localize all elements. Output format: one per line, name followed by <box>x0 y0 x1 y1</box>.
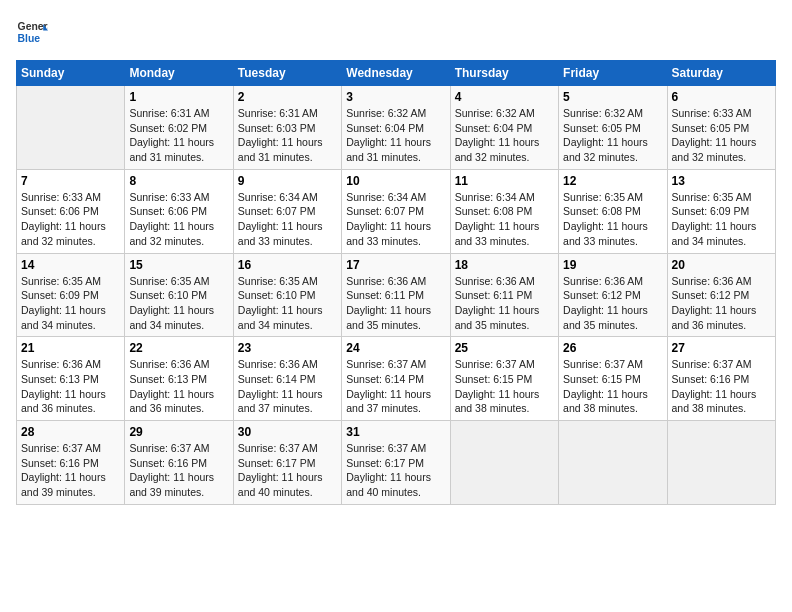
day-number: 18 <box>455 258 554 272</box>
calendar-cell: 2Sunrise: 6:31 AM Sunset: 6:03 PM Daylig… <box>233 86 341 170</box>
day-detail: Sunrise: 6:32 AM Sunset: 6:04 PM Dayligh… <box>455 106 554 165</box>
day-detail: Sunrise: 6:35 AM Sunset: 6:10 PM Dayligh… <box>129 274 228 333</box>
day-detail: Sunrise: 6:34 AM Sunset: 6:08 PM Dayligh… <box>455 190 554 249</box>
day-detail: Sunrise: 6:36 AM Sunset: 6:11 PM Dayligh… <box>455 274 554 333</box>
calendar-cell: 3Sunrise: 6:32 AM Sunset: 6:04 PM Daylig… <box>342 86 450 170</box>
calendar-cell: 6Sunrise: 6:33 AM Sunset: 6:05 PM Daylig… <box>667 86 775 170</box>
calendar-cell <box>559 421 667 505</box>
day-number: 28 <box>21 425 120 439</box>
day-number: 3 <box>346 90 445 104</box>
day-number: 12 <box>563 174 662 188</box>
day-number: 14 <box>21 258 120 272</box>
calendar-cell: 10Sunrise: 6:34 AM Sunset: 6:07 PM Dayli… <box>342 169 450 253</box>
day-number: 25 <box>455 341 554 355</box>
day-number: 13 <box>672 174 771 188</box>
calendar-cell <box>667 421 775 505</box>
day-number: 30 <box>238 425 337 439</box>
day-detail: Sunrise: 6:36 AM Sunset: 6:12 PM Dayligh… <box>672 274 771 333</box>
day-number: 5 <box>563 90 662 104</box>
col-header-monday: Monday <box>125 61 233 86</box>
calendar-cell: 24Sunrise: 6:37 AM Sunset: 6:14 PM Dayli… <box>342 337 450 421</box>
day-detail: Sunrise: 6:37 AM Sunset: 6:17 PM Dayligh… <box>238 441 337 500</box>
calendar-cell: 27Sunrise: 6:37 AM Sunset: 6:16 PM Dayli… <box>667 337 775 421</box>
day-detail: Sunrise: 6:33 AM Sunset: 6:06 PM Dayligh… <box>21 190 120 249</box>
day-detail: Sunrise: 6:35 AM Sunset: 6:09 PM Dayligh… <box>672 190 771 249</box>
day-detail: Sunrise: 6:36 AM Sunset: 6:13 PM Dayligh… <box>21 357 120 416</box>
day-number: 17 <box>346 258 445 272</box>
day-number: 10 <box>346 174 445 188</box>
day-number: 19 <box>563 258 662 272</box>
day-number: 8 <box>129 174 228 188</box>
day-number: 16 <box>238 258 337 272</box>
day-detail: Sunrise: 6:33 AM Sunset: 6:05 PM Dayligh… <box>672 106 771 165</box>
day-detail: Sunrise: 6:37 AM Sunset: 6:17 PM Dayligh… <box>346 441 445 500</box>
calendar-cell: 21Sunrise: 6:36 AM Sunset: 6:13 PM Dayli… <box>17 337 125 421</box>
day-detail: Sunrise: 6:36 AM Sunset: 6:13 PM Dayligh… <box>129 357 228 416</box>
calendar-header-row: SundayMondayTuesdayWednesdayThursdayFrid… <box>17 61 776 86</box>
day-detail: Sunrise: 6:36 AM Sunset: 6:12 PM Dayligh… <box>563 274 662 333</box>
day-number: 24 <box>346 341 445 355</box>
calendar-cell: 20Sunrise: 6:36 AM Sunset: 6:12 PM Dayli… <box>667 253 775 337</box>
calendar-cell: 16Sunrise: 6:35 AM Sunset: 6:10 PM Dayli… <box>233 253 341 337</box>
calendar-cell: 23Sunrise: 6:36 AM Sunset: 6:14 PM Dayli… <box>233 337 341 421</box>
page-header: General Blue <box>16 16 776 48</box>
day-detail: Sunrise: 6:31 AM Sunset: 6:02 PM Dayligh… <box>129 106 228 165</box>
calendar-week-2: 7Sunrise: 6:33 AM Sunset: 6:06 PM Daylig… <box>17 169 776 253</box>
calendar-cell: 12Sunrise: 6:35 AM Sunset: 6:08 PM Dayli… <box>559 169 667 253</box>
day-number: 27 <box>672 341 771 355</box>
calendar-cell: 14Sunrise: 6:35 AM Sunset: 6:09 PM Dayli… <box>17 253 125 337</box>
day-number: 31 <box>346 425 445 439</box>
calendar-cell: 22Sunrise: 6:36 AM Sunset: 6:13 PM Dayli… <box>125 337 233 421</box>
day-number: 2 <box>238 90 337 104</box>
calendar-cell: 19Sunrise: 6:36 AM Sunset: 6:12 PM Dayli… <box>559 253 667 337</box>
day-detail: Sunrise: 6:34 AM Sunset: 6:07 PM Dayligh… <box>346 190 445 249</box>
day-number: 1 <box>129 90 228 104</box>
day-detail: Sunrise: 6:35 AM Sunset: 6:08 PM Dayligh… <box>563 190 662 249</box>
col-header-tuesday: Tuesday <box>233 61 341 86</box>
calendar-table: SundayMondayTuesdayWednesdayThursdayFrid… <box>16 60 776 505</box>
calendar-week-1: 1Sunrise: 6:31 AM Sunset: 6:02 PM Daylig… <box>17 86 776 170</box>
calendar-cell <box>17 86 125 170</box>
calendar-cell: 30Sunrise: 6:37 AM Sunset: 6:17 PM Dayli… <box>233 421 341 505</box>
col-header-friday: Friday <box>559 61 667 86</box>
calendar-cell: 29Sunrise: 6:37 AM Sunset: 6:16 PM Dayli… <box>125 421 233 505</box>
day-number: 26 <box>563 341 662 355</box>
svg-text:Blue: Blue <box>18 33 41 44</box>
day-number: 22 <box>129 341 228 355</box>
day-detail: Sunrise: 6:32 AM Sunset: 6:04 PM Dayligh… <box>346 106 445 165</box>
day-detail: Sunrise: 6:34 AM Sunset: 6:07 PM Dayligh… <box>238 190 337 249</box>
day-detail: Sunrise: 6:35 AM Sunset: 6:10 PM Dayligh… <box>238 274 337 333</box>
calendar-cell: 25Sunrise: 6:37 AM Sunset: 6:15 PM Dayli… <box>450 337 558 421</box>
day-detail: Sunrise: 6:37 AM Sunset: 6:16 PM Dayligh… <box>21 441 120 500</box>
day-number: 9 <box>238 174 337 188</box>
day-number: 15 <box>129 258 228 272</box>
day-number: 23 <box>238 341 337 355</box>
col-header-sunday: Sunday <box>17 61 125 86</box>
calendar-cell: 7Sunrise: 6:33 AM Sunset: 6:06 PM Daylig… <box>17 169 125 253</box>
day-detail: Sunrise: 6:35 AM Sunset: 6:09 PM Dayligh… <box>21 274 120 333</box>
calendar-cell: 4Sunrise: 6:32 AM Sunset: 6:04 PM Daylig… <box>450 86 558 170</box>
calendar-cell <box>450 421 558 505</box>
col-header-saturday: Saturday <box>667 61 775 86</box>
day-detail: Sunrise: 6:37 AM Sunset: 6:16 PM Dayligh… <box>672 357 771 416</box>
col-header-wednesday: Wednesday <box>342 61 450 86</box>
day-number: 7 <box>21 174 120 188</box>
calendar-cell: 1Sunrise: 6:31 AM Sunset: 6:02 PM Daylig… <box>125 86 233 170</box>
logo-icon: General Blue <box>16 16 48 48</box>
calendar-week-3: 14Sunrise: 6:35 AM Sunset: 6:09 PM Dayli… <box>17 253 776 337</box>
day-detail: Sunrise: 6:31 AM Sunset: 6:03 PM Dayligh… <box>238 106 337 165</box>
day-number: 20 <box>672 258 771 272</box>
calendar-cell: 11Sunrise: 6:34 AM Sunset: 6:08 PM Dayli… <box>450 169 558 253</box>
calendar-cell: 5Sunrise: 6:32 AM Sunset: 6:05 PM Daylig… <box>559 86 667 170</box>
day-detail: Sunrise: 6:37 AM Sunset: 6:15 PM Dayligh… <box>563 357 662 416</box>
logo: General Blue <box>16 16 48 48</box>
day-detail: Sunrise: 6:36 AM Sunset: 6:14 PM Dayligh… <box>238 357 337 416</box>
col-header-thursday: Thursday <box>450 61 558 86</box>
day-detail: Sunrise: 6:37 AM Sunset: 6:14 PM Dayligh… <box>346 357 445 416</box>
calendar-cell: 9Sunrise: 6:34 AM Sunset: 6:07 PM Daylig… <box>233 169 341 253</box>
calendar-week-4: 21Sunrise: 6:36 AM Sunset: 6:13 PM Dayli… <box>17 337 776 421</box>
day-detail: Sunrise: 6:32 AM Sunset: 6:05 PM Dayligh… <box>563 106 662 165</box>
day-number: 4 <box>455 90 554 104</box>
day-number: 29 <box>129 425 228 439</box>
calendar-cell: 26Sunrise: 6:37 AM Sunset: 6:15 PM Dayli… <box>559 337 667 421</box>
